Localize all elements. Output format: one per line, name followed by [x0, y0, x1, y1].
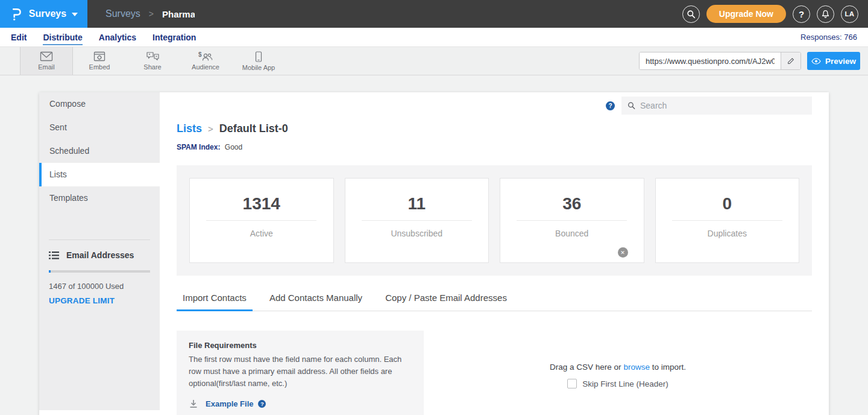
list-breadcrumb: Lists > Default List-0: [177, 122, 812, 135]
channel-embed[interactable]: Embed: [73, 47, 126, 75]
skip-first-line-option[interactable]: Skip First Line (Header): [567, 379, 668, 388]
stat-label: Unsubscribed: [391, 229, 442, 238]
spam-index-value: Good: [225, 143, 242, 151]
stat-card-unsubscribed: 11 Unsubscribed: [345, 178, 489, 263]
preview-button[interactable]: Preview: [807, 52, 860, 70]
spam-index-label: SPAM Index:: [177, 143, 220, 151]
channel-label: Mobile App: [242, 64, 275, 71]
sidebar-item-templates[interactable]: Templates: [39, 186, 160, 210]
preview-label: Preview: [825, 57, 856, 66]
tab-import-contacts[interactable]: Import Contacts: [177, 293, 253, 311]
breadcrumb-survey-name: Pharma: [162, 9, 195, 19]
email-addresses-block: Email Addresses 1467 of 100000 Used UPGR…: [39, 240, 160, 306]
channel-mobile-app[interactable]: Mobile App: [232, 47, 285, 75]
email-sidebar: Compose Sent Scheduled Lists Templates: [39, 92, 160, 410]
sidebar-item-lists[interactable]: Lists: [39, 163, 160, 186]
upgrade-limit-link[interactable]: UPGRADE LIMIT: [49, 296, 115, 305]
tab-add-contacts-manually[interactable]: Add Contacts Manually: [263, 293, 368, 311]
survey-nav: Edit Distribute Analytics Integration Re…: [0, 28, 868, 47]
distribute-toolbar: Email Embed Share $: [0, 47, 868, 75]
channel-label: Share: [143, 63, 161, 71]
file-requirements-title: File Requirements: [189, 341, 412, 350]
search-icon: [687, 10, 696, 19]
survey-url-group: [639, 52, 801, 70]
help-button[interactable]: [793, 5, 810, 23]
top-breadcrumb: Surveys > Pharma: [105, 8, 195, 19]
stat-card-active: 1314 Active: [189, 178, 334, 263]
channel-label: Embed: [89, 63, 110, 71]
file-requirements-box: File Requirements The first row must hav…: [177, 331, 424, 415]
upgrade-now-button[interactable]: Upgrade Now: [706, 5, 786, 23]
survey-url-input[interactable]: [640, 52, 781, 69]
browse-link[interactable]: browse: [623, 363, 650, 372]
nav-analytics[interactable]: Analytics: [99, 30, 136, 45]
spam-index: SPAM Index: Good: [177, 143, 812, 151]
import-section: File Requirements The first row must hav…: [177, 331, 812, 415]
clear-bounced-icon[interactable]: [618, 247, 628, 258]
channel-label: Audience: [192, 63, 219, 71]
usage-progress-bar: [49, 270, 150, 273]
top-bar: Surveys Surveys > Pharma Upgrade Now: [0, 0, 868, 28]
search-input[interactable]: [640, 101, 806, 110]
channel-email[interactable]: Email: [20, 47, 73, 75]
breadcrumb-surveys-link[interactable]: Surveys: [105, 8, 140, 19]
app-window: Surveys Surveys > Pharma Upgrade Now: [0, 0, 868, 415]
top-actions: Upgrade Now LA: [682, 5, 868, 23]
email-addresses-title: Email Addresses: [49, 250, 150, 260]
download-icon: [189, 399, 198, 408]
channel-label: Email: [38, 63, 55, 71]
sidebar-item-compose[interactable]: Compose: [39, 92, 160, 116]
page-background: Compose Sent Scheduled Lists Templates: [0, 75, 868, 415]
list-detail-content: Lists > Default List-0 SPAM Index: Good …: [160, 92, 829, 415]
sidebar-item-scheduled[interactable]: Scheduled: [39, 139, 160, 163]
notifications-button[interactable]: [817, 5, 834, 23]
nav-edit[interactable]: Edit: [11, 30, 27, 45]
help-icon[interactable]: [606, 101, 615, 110]
lists-link[interactable]: Lists: [177, 122, 202, 135]
channel-audience[interactable]: $ Audience: [179, 47, 232, 75]
audience-icon: $: [198, 51, 213, 62]
stat-card-bounced: 36 Bounced: [500, 178, 644, 263]
usage-progress-fill: [49, 270, 51, 273]
breadcrumb-separator: >: [149, 9, 154, 19]
search-icon: [627, 101, 635, 110]
channel-share[interactable]: Share: [126, 47, 179, 75]
divider: [206, 220, 316, 221]
stat-value: 0: [722, 194, 732, 214]
divider: [362, 220, 472, 221]
product-name: Surveys: [29, 8, 66, 19]
stat-value: 1314: [243, 194, 280, 214]
content-header: [177, 92, 812, 115]
tab-copy-paste-email-addresses[interactable]: Copy / Paste Email Addresses: [379, 293, 513, 311]
skip-first-line-checkbox[interactable]: [567, 379, 577, 388]
email-addresses-label: Email Addresses: [66, 250, 134, 260]
pencil-icon: [787, 57, 795, 65]
example-file-link[interactable]: Example File: [206, 399, 253, 408]
contacts-tabs: Import Contacts Add Contacts Manually Co…: [177, 293, 812, 311]
sidebar-item-sent[interactable]: Sent: [39, 116, 160, 139]
csv-dropzone[interactable]: Drag a CSV here or browse to import. Ski…: [424, 331, 812, 415]
stat-value: 11: [407, 194, 426, 214]
mobile-app-icon: [255, 51, 262, 62]
eye-icon: [811, 58, 821, 65]
file-requirements-body: The first row must have the field name f…: [189, 353, 407, 390]
responses-count: Responses: 766: [800, 33, 857, 42]
svg-text:$: $: [198, 51, 202, 58]
nav-integration[interactable]: Integration: [153, 30, 196, 45]
stat-label: Duplicates: [708, 229, 747, 238]
questionpro-logo-icon: [10, 6, 24, 22]
list-icon: [49, 251, 59, 260]
product-switcher[interactable]: Surveys: [0, 0, 87, 28]
usage-text: 1467 of 100000 Used: [49, 282, 150, 291]
avatar[interactable]: LA: [841, 5, 858, 23]
edit-url-button[interactable]: [781, 52, 800, 69]
divider: [517, 220, 627, 221]
example-file-help-icon[interactable]: [258, 400, 266, 408]
search-button[interactable]: [682, 5, 700, 23]
nav-distribute[interactable]: Distribute: [43, 30, 82, 45]
example-file-row: Example File: [189, 399, 412, 408]
stat-value: 36: [562, 194, 581, 214]
stats-panel: 1314 Active 11 Unsubscribed 36 Bounced: [177, 165, 812, 276]
email-icon: [40, 51, 53, 62]
bell-icon: [821, 10, 830, 19]
